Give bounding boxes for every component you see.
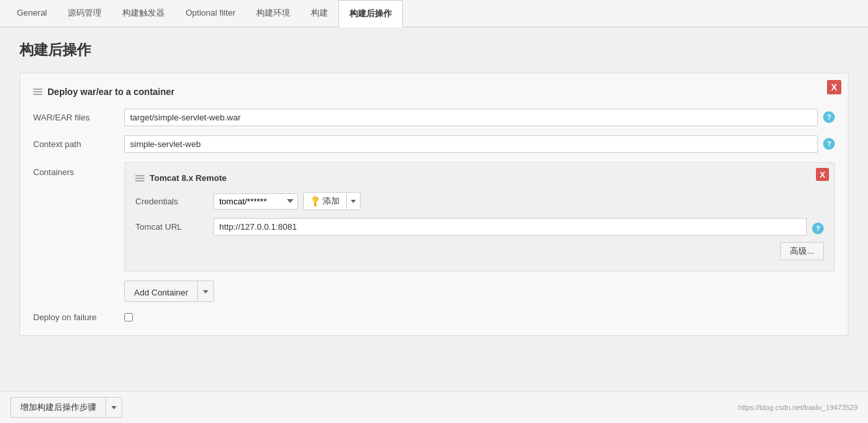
add-container-button[interactable]: Add Container	[125, 284, 197, 301]
tomcat-url-control	[213, 218, 807, 236]
tab-build-env[interactable]: 构建环境	[246, 0, 301, 27]
credentials-select-wrap: tomcat/****** 🔑 添加	[213, 192, 360, 210]
containers-label: Containers	[33, 162, 124, 177]
deploy-on-failure-row: Deploy on failure	[33, 312, 835, 322]
tab-bar: General 源码管理 构建触发器 Optional filter 构建环境 …	[0, 0, 868, 27]
tab-general[interactable]: General	[7, 0, 57, 27]
deploy-card: X Deploy war/ear to a container WAR/EAR …	[20, 73, 848, 336]
tomcat-container-card: X Tomcat 8.x Remote Credentials tomcat/*…	[124, 162, 835, 271]
context-path-input[interactable]	[124, 135, 818, 153]
tab-source[interactable]: 源码管理	[57, 0, 112, 27]
add-credentials-dropdown-button[interactable]	[346, 193, 360, 210]
tab-build[interactable]: 构建	[301, 0, 338, 27]
context-path-help-icon[interactable]: ?	[823, 138, 835, 150]
war-ear-label: WAR/EAR files	[33, 109, 124, 122]
deploy-on-failure-checkbox[interactable]	[124, 313, 133, 321]
containers-row: Containers X Tomcat 8.x Remote Credentia…	[33, 162, 835, 302]
advanced-button[interactable]: 高级...	[780, 242, 824, 260]
drag-handle[interactable]	[33, 89, 42, 95]
tab-trigger[interactable]: 构建触发器	[112, 0, 175, 27]
key-icon: 🔑	[308, 195, 322, 208]
page-content: 构建后操作 X Deploy war/ear to a container WA…	[0, 27, 868, 418]
credentials-select[interactable]: tomcat/******	[213, 193, 298, 210]
tomcat-url-help-icon[interactable]: ?	[812, 223, 824, 234]
containers-content: X Tomcat 8.x Remote Credentials tomcat/*…	[124, 162, 835, 302]
credentials-label: Credentials	[135, 197, 213, 206]
add-credentials-button[interactable]: 🔑 添加	[304, 193, 346, 210]
deploy-card-close-button[interactable]: X	[827, 80, 841, 94]
add-container-dropdown-button[interactable]	[197, 281, 213, 301]
advanced-btn-wrap: 高级...	[135, 242, 824, 260]
war-ear-input[interactable]	[124, 109, 818, 126]
war-ear-row: WAR/EAR files ?	[33, 109, 835, 126]
page-title: 构建后操作	[20, 40, 848, 60]
tomcat-url-row: Tomcat URL ?	[135, 218, 824, 236]
tomcat-drag-handle[interactable]	[135, 175, 144, 182]
tomcat-url-label: Tomcat URL	[135, 222, 213, 232]
add-post-build-step-button[interactable]: 增加构建后操作步骤	[11, 398, 105, 417]
war-ear-control	[124, 109, 818, 126]
dropdown-arrow-icon	[351, 200, 356, 203]
context-path-row: Context path ?	[33, 135, 835, 153]
tab-optional-filter[interactable]: Optional filter	[175, 0, 246, 27]
watermark: https://blog.csdn.net/baidu_19473529	[739, 403, 858, 411]
tab-post-build[interactable]: 构建后操作	[338, 0, 403, 27]
tomcat-url-input[interactable]	[213, 218, 807, 236]
add-post-build-step-dropdown-button[interactable]	[105, 398, 122, 417]
credentials-row: Credentials tomcat/****** 🔑 添加	[135, 192, 824, 210]
context-path-label: Context path	[33, 135, 124, 149]
deploy-card-title: Deploy war/ear to a container	[33, 87, 835, 97]
deploy-on-failure-label: Deploy on failure	[33, 312, 124, 322]
add-container-dropdown-icon	[203, 290, 208, 293]
context-path-control	[124, 135, 818, 153]
war-ear-help-icon[interactable]: ?	[823, 111, 835, 123]
tomcat-container-title: Tomcat 8.x Remote	[135, 173, 824, 183]
tomcat-container-close-button[interactable]: X	[816, 168, 829, 181]
bottom-bar: 增加构建后操作步骤 https://blog.csdn.net/baidu_19…	[0, 391, 868, 418]
add-step-dropdown-icon	[111, 406, 116, 409]
